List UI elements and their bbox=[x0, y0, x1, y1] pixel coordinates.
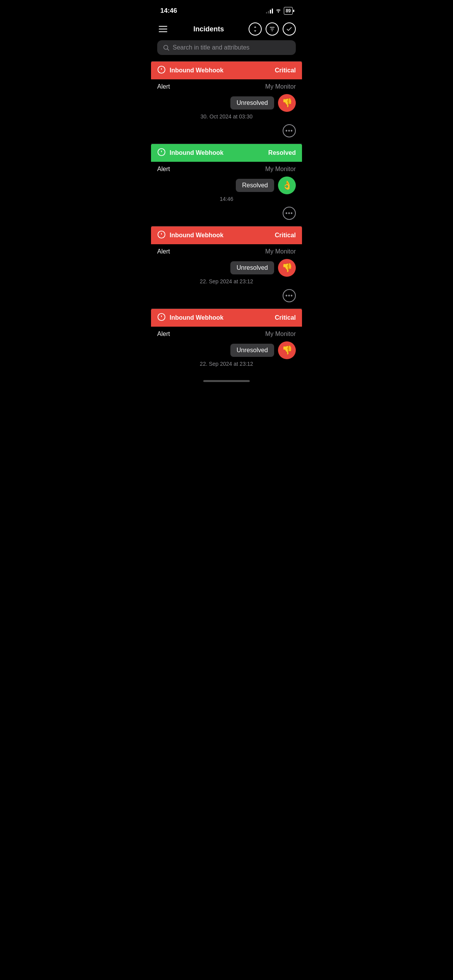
incident-monitor: My Monitor bbox=[265, 166, 296, 173]
incident-meta: Alert My Monitor bbox=[157, 83, 296, 90]
incident-status-label: Critical bbox=[275, 232, 296, 239]
incident-timestamp: 14:46 bbox=[157, 196, 296, 202]
incident-timestamp: 30. Oct 2024 at 03:30 bbox=[157, 113, 296, 120]
incidents-list: Inbound Webhook Critical Alert My Monito… bbox=[151, 61, 302, 372]
incident-timestamp: 22. Sep 2024 at 23:12 bbox=[157, 361, 296, 367]
incident-status-label: Critical bbox=[275, 67, 296, 74]
incident-body: Alert My Monitor Unresolved 👎 30. Oct 20… bbox=[151, 79, 302, 144]
incident-header-critical: Inbound Webhook Critical bbox=[151, 309, 302, 327]
wifi-icon bbox=[275, 9, 281, 13]
nav-bar: Incidents bbox=[151, 19, 302, 40]
signal-bar-1 bbox=[266, 12, 267, 14]
signal-bar-3 bbox=[270, 10, 271, 14]
incident-actions: Resolved 👌 bbox=[157, 176, 296, 194]
incident-card: Inbound Webhook Critical Alert My Monito… bbox=[151, 308, 302, 372]
filter-button[interactable] bbox=[266, 22, 279, 36]
page-title: Incidents bbox=[193, 25, 224, 33]
incident-meta: Alert My Monitor bbox=[157, 331, 296, 338]
incident-meta: Alert My Monitor bbox=[157, 248, 296, 255]
incident-title: Inbound Webhook bbox=[170, 67, 223, 74]
status-time: 14:46 bbox=[160, 7, 177, 15]
search-icon bbox=[163, 44, 170, 51]
incident-header-critical: Inbound Webhook Critical bbox=[151, 226, 302, 244]
incident-type: Alert bbox=[157, 166, 170, 173]
incident-status-label: Critical bbox=[275, 314, 296, 321]
incident-header-resolved: Inbound Webhook Resolved bbox=[151, 144, 302, 162]
more-options-button[interactable]: ••• bbox=[283, 207, 296, 220]
incident-header-critical: Inbound Webhook Critical bbox=[151, 62, 302, 79]
incident-type: Alert bbox=[157, 248, 170, 255]
incident-meta: Alert My Monitor bbox=[157, 166, 296, 173]
incident-title: Inbound Webhook bbox=[170, 149, 223, 156]
incident-body: Alert My Monitor Resolved 👌 14:46 ••• bbox=[151, 162, 302, 226]
incident-card: Inbound Webhook Critical Alert My Monito… bbox=[151, 226, 302, 308]
search-placeholder: Search in title and attributes bbox=[173, 44, 249, 51]
incident-monitor: My Monitor bbox=[265, 83, 296, 90]
filter-icon bbox=[269, 26, 276, 33]
signal-bar-4 bbox=[272, 9, 273, 14]
status-badge: Unresolved bbox=[230, 344, 274, 357]
incident-actions: Unresolved 👎 bbox=[157, 259, 296, 277]
reaction-button[interactable]: 👎 bbox=[278, 341, 296, 359]
incident-more: ••• bbox=[157, 123, 296, 141]
hamburger-menu-button[interactable] bbox=[157, 24, 169, 34]
info-icon bbox=[157, 65, 166, 75]
nav-actions bbox=[249, 22, 296, 36]
svg-line-5 bbox=[167, 49, 169, 50]
incident-body: Alert My Monitor Unresolved 👎 22. Sep 20… bbox=[151, 244, 302, 308]
status-icons: 89 bbox=[266, 7, 293, 15]
search-bar[interactable]: Search in title and attributes bbox=[157, 40, 296, 55]
incident-title: Inbound Webhook bbox=[170, 232, 223, 239]
incident-title: Inbound Webhook bbox=[170, 314, 223, 321]
battery-indicator: 89 bbox=[284, 7, 293, 15]
home-bar bbox=[203, 380, 250, 382]
info-icon bbox=[157, 313, 166, 323]
incident-actions: Unresolved 👎 bbox=[157, 341, 296, 359]
incident-timestamp: 22. Sep 2024 at 23:12 bbox=[157, 278, 296, 284]
incident-monitor: My Monitor bbox=[265, 331, 296, 338]
incident-more: ••• bbox=[157, 205, 296, 224]
status-badge: Unresolved bbox=[230, 261, 274, 274]
sort-icon bbox=[252, 26, 259, 33]
incident-type: Alert bbox=[157, 83, 170, 90]
incident-more: ••• bbox=[157, 288, 296, 306]
reaction-button[interactable]: 👎 bbox=[278, 259, 296, 277]
incident-card: Inbound Webhook Critical Alert My Monito… bbox=[151, 61, 302, 144]
reaction-button[interactable]: 👌 bbox=[278, 176, 296, 194]
status-bar: 14:46 89 bbox=[151, 0, 302, 19]
status-badge: Resolved bbox=[236, 179, 274, 192]
check-icon bbox=[286, 26, 293, 33]
check-button[interactable] bbox=[283, 22, 296, 36]
more-options-button[interactable]: ••• bbox=[283, 124, 296, 137]
signal-bars bbox=[266, 8, 273, 14]
reaction-button[interactable]: 👎 bbox=[278, 94, 296, 112]
incident-body: Alert My Monitor Unresolved 👎 22. Sep 20… bbox=[151, 327, 302, 372]
sort-button[interactable] bbox=[249, 22, 262, 36]
more-options-button[interactable]: ••• bbox=[283, 289, 296, 302]
incident-status-label: Resolved bbox=[268, 149, 296, 156]
info-icon bbox=[157, 148, 166, 158]
svg-point-0 bbox=[278, 12, 278, 13]
info-icon bbox=[157, 230, 166, 240]
svg-point-4 bbox=[164, 45, 168, 50]
incident-type: Alert bbox=[157, 331, 170, 338]
incident-card: Inbound Webhook Resolved Alert My Monito… bbox=[151, 144, 302, 226]
home-indicator bbox=[151, 377, 302, 384]
incident-monitor: My Monitor bbox=[265, 248, 296, 255]
incident-actions: Unresolved 👎 bbox=[157, 94, 296, 112]
status-badge: Unresolved bbox=[230, 96, 274, 110]
signal-bar-2 bbox=[268, 11, 269, 14]
